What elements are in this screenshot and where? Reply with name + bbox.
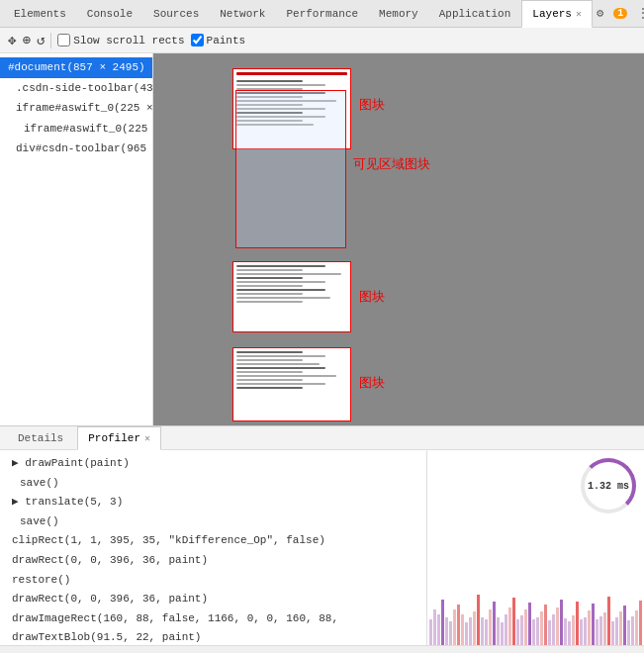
svg-rect-32 xyxy=(556,607,559,645)
svg-rect-42 xyxy=(596,619,598,645)
slow-scroll-label[interactable]: Slow scroll rects xyxy=(57,34,184,47)
profiler-item[interactable]: drawImageRect(160, 88, false, 1166, 0, 0… xyxy=(0,609,426,629)
svg-rect-11 xyxy=(473,611,476,645)
layer-tree: #document(857 × 2495) .csdn-side-toolbar… xyxy=(0,53,153,425)
more-icon[interactable]: ⋮ xyxy=(633,4,644,23)
tab-profiler-close[interactable]: ✕ xyxy=(144,432,150,444)
svg-rect-7 xyxy=(457,605,460,645)
svg-rect-8 xyxy=(461,614,464,645)
tree-item-document[interactable]: #document(857 × 2495) xyxy=(0,57,152,78)
svg-rect-51 xyxy=(631,616,634,645)
svg-rect-0 xyxy=(429,619,432,645)
paints-label[interactable]: Paints xyxy=(191,34,246,47)
tab-performance[interactable]: Performance xyxy=(276,0,369,28)
tab-bar-right: ⚙ 1 ⋮ ✕ xyxy=(593,4,644,23)
rotate-icon[interactable]: ↺ xyxy=(37,32,45,48)
svg-rect-47 xyxy=(615,617,618,645)
svg-rect-37 xyxy=(576,602,579,645)
svg-rect-30 xyxy=(548,620,551,645)
tab-profiler[interactable]: Profiler ✕ xyxy=(77,426,161,450)
slow-scroll-checkbox[interactable] xyxy=(57,34,70,47)
svg-rect-46 xyxy=(611,621,614,645)
tab-console[interactable]: Console xyxy=(77,0,143,28)
profiler-item[interactable]: ▶ translate(5, 3) xyxy=(0,493,426,513)
svg-rect-4 xyxy=(445,617,448,645)
svg-rect-18 xyxy=(501,622,504,645)
svg-rect-45 xyxy=(607,597,610,645)
pan-icon[interactable]: ⊕ xyxy=(22,32,30,48)
paints-checkbox[interactable] xyxy=(191,34,204,47)
bottom-panel: Details Profiler ✕ ▶ drawPaint(paint) sa… xyxy=(0,425,644,653)
layer-canvas[interactable]: 图块 可见区域图块 xyxy=(153,53,644,425)
svg-rect-34 xyxy=(564,618,567,645)
svg-rect-26 xyxy=(532,619,535,645)
svg-rect-9 xyxy=(465,622,468,645)
svg-rect-21 xyxy=(512,598,515,645)
svg-rect-36 xyxy=(572,615,575,645)
profiler-item[interactable]: ▶ drawPaint(paint) xyxy=(0,454,426,474)
profiler-item[interactable]: restore() xyxy=(0,571,426,591)
profiler-item[interactable]: drawRect(0, 0, 396, 36, paint) xyxy=(0,590,426,609)
tab-sources[interactable]: Sources xyxy=(143,0,210,28)
block3-label: 图块 xyxy=(359,288,385,306)
toolbar-separator xyxy=(50,33,51,48)
svg-rect-24 xyxy=(524,609,527,645)
svg-rect-41 xyxy=(592,604,595,645)
svg-rect-48 xyxy=(619,611,622,645)
profiler-item[interactable]: save() xyxy=(0,513,426,532)
svg-rect-25 xyxy=(528,603,531,645)
tab-network[interactable]: Network xyxy=(210,0,276,28)
profiler-item[interactable]: save() xyxy=(0,474,426,494)
svg-rect-29 xyxy=(544,605,547,645)
tab-application[interactable]: Application xyxy=(429,0,522,28)
svg-rect-23 xyxy=(520,615,523,645)
block1-label: 图块 xyxy=(359,96,385,114)
svg-rect-27 xyxy=(536,617,539,645)
svg-rect-20 xyxy=(508,607,511,645)
block2-label: 可见区域图块 xyxy=(353,155,430,173)
svg-rect-1 xyxy=(433,609,436,645)
svg-rect-22 xyxy=(516,619,519,645)
svg-rect-44 xyxy=(603,612,606,645)
svg-rect-38 xyxy=(580,619,583,645)
svg-rect-15 xyxy=(489,609,492,645)
tab-memory[interactable]: Memory xyxy=(369,0,429,28)
svg-rect-16 xyxy=(493,602,496,645)
tree-item-iframe2[interactable]: iframe#aswift_0(225 xyxy=(0,119,152,140)
main-content: #document(857 × 2495) .csdn-side-toolbar… xyxy=(0,53,644,425)
svg-rect-19 xyxy=(505,614,507,645)
tab-elements[interactable]: Elements xyxy=(4,0,77,28)
settings-icon[interactable]: ⚙ xyxy=(593,4,607,23)
svg-rect-28 xyxy=(540,611,543,645)
profiler-list[interactable]: ▶ drawPaint(paint) save() ▶ translate(5,… xyxy=(0,450,426,645)
svg-rect-13 xyxy=(481,617,484,645)
block4-label: 图块 xyxy=(359,374,385,392)
tab-layers-close[interactable]: ✕ xyxy=(576,8,582,20)
svg-rect-31 xyxy=(552,614,555,645)
tab-layers[interactable]: Layers ✕ xyxy=(521,0,593,28)
profiler-item[interactable]: drawTextBlob(91.5, 22, paint) xyxy=(0,628,426,645)
profiler-chart: 1.32 ms xyxy=(426,450,644,645)
svg-rect-39 xyxy=(584,617,587,645)
move-icon[interactable]: ✥ xyxy=(8,32,16,48)
bottom-tab-bar: Details Profiler ✕ xyxy=(0,426,644,450)
svg-rect-14 xyxy=(485,619,488,645)
svg-rect-52 xyxy=(635,610,638,645)
svg-rect-33 xyxy=(560,600,563,645)
tab-details[interactable]: Details xyxy=(8,426,73,450)
svg-rect-17 xyxy=(497,617,500,645)
svg-rect-5 xyxy=(449,621,452,645)
tree-item-toolbar[interactable]: .csdn-side-toolbar(43 xyxy=(0,78,152,99)
tree-item-iframe1[interactable]: iframe#aswift_0(225 × xyxy=(0,98,152,119)
svg-rect-10 xyxy=(469,617,472,645)
profiler-item[interactable]: drawRect(0, 0, 396, 36, paint) xyxy=(0,551,426,571)
svg-rect-49 xyxy=(623,606,626,645)
profiler-item[interactable]: clipRect(1, 1, 395, 35, "kDifference_Op"… xyxy=(0,531,426,551)
tree-item-div[interactable]: div#csdn-toolbar(965 xyxy=(0,139,152,159)
horizontal-scrollbar[interactable] xyxy=(0,645,644,653)
svg-rect-2 xyxy=(437,614,440,645)
warning-badge: 1 xyxy=(613,8,627,19)
svg-rect-12 xyxy=(477,595,480,645)
tab-bar: Elements Console Sources Network Perform… xyxy=(0,0,644,28)
svg-rect-43 xyxy=(599,616,602,645)
